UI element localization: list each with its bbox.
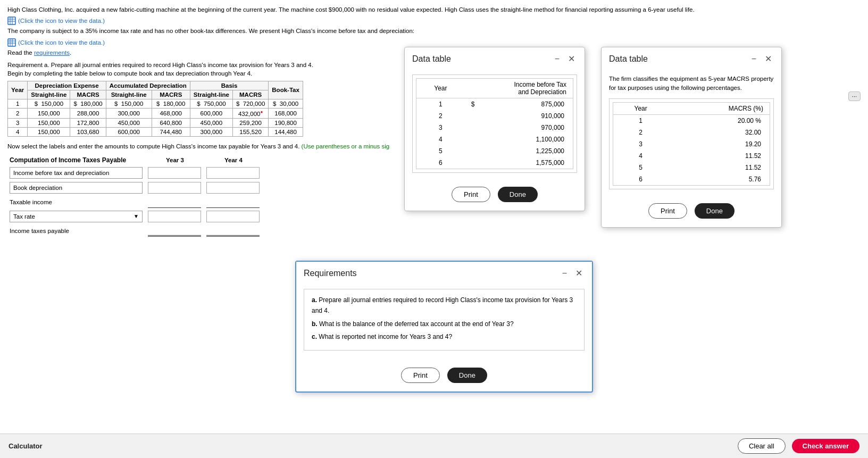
comp-label-0: Income before tax and depreciation — [7, 165, 146, 180]
inner-table-2-wrap: Year MACRS (%) 1 20.00 % 2 32.00 3 19.20… — [609, 98, 774, 189]
data-table-1-close[interactable]: ✕ — [566, 53, 577, 65]
comp-input-y4-0[interactable] — [204, 165, 263, 180]
check-answer-button[interactable]: Check answer — [792, 439, 859, 453]
dt1-year: 2 — [416, 110, 465, 122]
comp-plain-y4-2 — [204, 195, 263, 209]
dep-sl-4: 150,000 — [28, 127, 70, 136]
data-table-1-print[interactable]: Print — [452, 187, 490, 202]
computation-table: Computation of Income Taxes Payable Year… — [7, 155, 263, 238]
comp-input-y4-3[interactable] — [204, 209, 263, 224]
req-modal-minimize[interactable]: − — [560, 268, 569, 279]
income-col-header: Income before Tax and Depreciation — [465, 79, 573, 98]
data-table-2-done[interactable]: Done — [695, 203, 735, 219]
req-modal-footer: Print Done — [296, 363, 592, 392]
dep-sl-2: 150,000 — [28, 108, 70, 118]
dep-table-row: 2 150,000 288,000 300,000 468,000 600,00… — [8, 108, 303, 118]
data-table-2-close[interactable]: ✕ — [763, 53, 774, 65]
depreciation-table: Year Depreciation Expense Accumulated De… — [7, 81, 303, 137]
dt2-year: 4 — [613, 150, 669, 162]
comp-label-3[interactable]: Tax rate▼ — [7, 209, 146, 224]
data-table-2-print[interactable]: Print — [648, 203, 687, 219]
data-table-2-title: Data table — [609, 54, 648, 64]
dep-macrs-1: $ 180,000 — [70, 99, 106, 108]
dt1-row: 1 $ 875,000 — [416, 98, 573, 111]
data-table-1-header: Data table − ✕ — [405, 47, 585, 69]
dt2-pct: 11.52 — [668, 162, 770, 173]
comp-row: Book depreciation — [7, 180, 263, 195]
clear-all-button[interactable]: Clear all — [738, 438, 786, 454]
req-modal-controls: − ✕ — [560, 267, 585, 279]
sl-header-3: Straight-line — [190, 90, 232, 99]
dt2-row: 4 11.52 — [613, 150, 770, 162]
dep-basis-sl-1: $ 750,000 — [190, 99, 232, 108]
dep-sl-3: 150,000 — [28, 118, 70, 127]
calculator-button[interactable]: Calculator — [9, 442, 43, 450]
comp-label-1: Book depreciation — [7, 180, 146, 195]
dep-acc-sl-3: 450,000 — [106, 118, 152, 127]
year-col-header: Year — [416, 79, 465, 98]
req-modal-close[interactable]: ✕ — [573, 267, 585, 279]
dt1-sign — [465, 134, 481, 145]
req-item: b. What is the balance of the deferred t… — [312, 319, 577, 329]
dep-macrs-2: 288,000 — [70, 108, 106, 118]
sl-header-2: Straight-line — [106, 90, 152, 99]
year3-header: Year 3 — [146, 155, 204, 165]
data-table-2-minimize[interactable]: − — [749, 53, 758, 65]
comp-row: Tax rate▼ — [7, 209, 263, 224]
req-modal-done[interactable]: Done — [447, 368, 487, 383]
data-table-1-title: Data table — [412, 54, 451, 64]
dep-acc-sl-2: 300,000 — [106, 108, 152, 118]
macrs-header-3: MACRS — [232, 90, 268, 99]
comp-dbl-y4-4 — [204, 224, 263, 238]
dep-table-row: 3 150,000 172,800 450,000 640,800 450,00… — [8, 118, 303, 127]
svg-rect-0 — [8, 17, 15, 24]
req-modal-body: a. Prepare all journal entries required … — [296, 284, 592, 363]
problem-text-1: High Class Clothing, Inc. acquired a new… — [7, 5, 861, 14]
dep-basis-sl-4: 300,000 — [190, 127, 232, 136]
data-link-2-label: (Click the icon to view the data.) — [18, 39, 105, 46]
data-table-1-footer: Print Done — [405, 182, 585, 211]
dt1-year: 4 — [416, 134, 465, 145]
req-modal-title: Requirements — [304, 269, 357, 278]
comp-input-y3-0[interactable] — [146, 165, 204, 180]
dep-acc-macrs-2: 468,000 — [152, 108, 190, 118]
data-table-2-footer: Print Done — [602, 199, 781, 227]
requirements-link[interactable]: requirements — [34, 49, 70, 56]
requirements-modal: Requirements − ✕ a. Prepare all journal … — [295, 261, 593, 393]
expand-button[interactable]: ··· — [848, 91, 861, 101]
dt2-row: 5 11.52 — [613, 162, 770, 173]
basis-header: Basis — [190, 81, 268, 90]
data-table-1-modal: Data table − ✕ Year Income before Tax an… — [404, 47, 585, 211]
macrs-pct-header: MACRS (%) — [668, 102, 770, 114]
data-table-1-done[interactable]: Done — [498, 187, 538, 202]
dt1-amount: 910,000 — [481, 110, 573, 122]
data-link-2[interactable]: (Click the icon to view the data.) — [7, 38, 861, 47]
comp-dbl-y3-4 — [146, 224, 204, 238]
dt1-year: 5 — [416, 145, 465, 157]
dep-acc-sl-1: $ 150,000 — [106, 99, 152, 108]
modal-controls-1: − ✕ — [553, 53, 577, 65]
dep-year-1: 1 — [8, 99, 28, 108]
inner-table-1-wrap: Year Income before Tax and Depreciation … — [412, 74, 577, 173]
comp-title: Computation of Income Taxes Payable — [7, 155, 146, 165]
data-link-1[interactable]: (Click the icon to view the data.) — [7, 16, 861, 25]
macrs-header-1: MACRS — [70, 90, 106, 99]
dt1-amount: 1,575,000 — [481, 157, 573, 169]
dep-year-3: 3 — [8, 118, 28, 127]
dt2-row: 6 5.76 — [613, 173, 770, 186]
dep-basis-macrs-3: 259,200 — [232, 118, 268, 127]
comp-input-y4-1[interactable] — [204, 180, 263, 195]
dep-acc-macrs-1: $ 180,000 — [152, 99, 190, 108]
sl-header-1: Straight-line — [28, 90, 70, 99]
comp-input-y3-1[interactable] — [146, 180, 204, 195]
dt1-amount: 875,000 — [481, 98, 573, 111]
dt2-pct: 11.52 — [668, 150, 770, 162]
dt2-row: 1 20.00 % — [613, 114, 770, 127]
req-item: c. What is reported net income for Years… — [312, 331, 577, 342]
dep-macrs-3: 172,800 — [70, 118, 106, 127]
comp-input-y3-3[interactable] — [146, 209, 204, 224]
data-table-1-minimize[interactable]: − — [553, 53, 562, 65]
req-modal-print[interactable]: Print — [401, 368, 440, 383]
req-body-box: a. Prepare all journal entries required … — [304, 289, 585, 351]
dep-diff-3: 190,800 — [269, 118, 303, 127]
